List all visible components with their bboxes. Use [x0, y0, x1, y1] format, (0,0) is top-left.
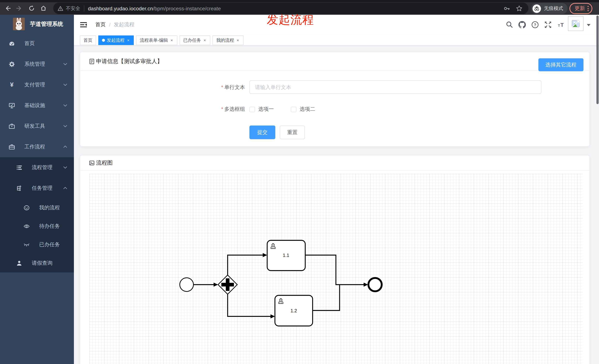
browser-reload-button[interactable]: [26, 3, 36, 13]
incognito-label: 无痕模式: [544, 5, 563, 12]
sidebar-item-done-tasks[interactable]: 已办任务: [0, 236, 74, 254]
broken-image-icon: [572, 20, 580, 27]
chevron-down-icon: [63, 166, 67, 169]
choose-other-process-button[interactable]: 选择其它流程: [538, 58, 583, 71]
tree-icon: [16, 185, 22, 191]
sidebar-item-label: 系统管理: [24, 61, 45, 68]
sidebar-item-system[interactable]: 系统管理: [0, 54, 74, 75]
sidebar-item-my-process[interactable]: 我的流程: [0, 199, 74, 217]
sidebar-collapse-button[interactable]: [80, 21, 87, 28]
update-label: 更新: [575, 5, 585, 12]
close-icon[interactable]: ×: [170, 38, 174, 43]
apply-card-title: 申请信息【测试多审批人】: [96, 58, 163, 65]
sidebar-item-devtools[interactable]: 研发工具: [0, 116, 74, 137]
list-icon: [16, 165, 22, 170]
user-avatar[interactable]: [568, 16, 583, 31]
checkbox-option-2[interactable]: 选项二: [291, 106, 315, 113]
reset-button[interactable]: 重置: [280, 126, 305, 139]
breadcrumb-home[interactable]: 首页: [95, 21, 106, 28]
browser-menu-icon[interactable]: [588, 6, 589, 11]
close-icon[interactable]: ×: [203, 38, 207, 43]
close-icon[interactable]: ×: [236, 38, 240, 43]
eye-closed-icon: [24, 242, 30, 248]
top-header: 首页 / 发起流程 ? TT: [74, 15, 599, 34]
browser-update-button[interactable]: 更新: [569, 3, 592, 14]
password-key-icon[interactable]: [503, 5, 510, 12]
sidebar-item-label: 待办任务: [39, 223, 60, 230]
face-icon: [24, 205, 30, 211]
sidebar-item-infra[interactable]: 基础设施: [0, 95, 74, 116]
sidebar-item-label: 请假查询: [32, 260, 53, 267]
bookmark-star-icon[interactable]: [516, 5, 522, 12]
reload-icon: [32, 5, 33, 7]
sidebar-item-workflow[interactable]: 工作流程: [0, 137, 74, 157]
text-field-label: *单行文本: [201, 84, 245, 91]
sidebar-item-label: 基础设施: [24, 102, 45, 109]
tab-form-edit[interactable]: 流程表单-编辑 ×: [136, 35, 177, 45]
sidebar-item-todo-tasks[interactable]: 待办任务: [0, 217, 74, 236]
checkbox-option-1[interactable]: 选项一: [249, 106, 274, 113]
chevron-down-icon: [63, 84, 67, 86]
tab-home[interactable]: 首页: [80, 35, 96, 45]
svg-text:T: T: [558, 24, 560, 27]
sidebar-item-process-mgmt[interactable]: 流程管理: [0, 157, 74, 178]
avatar-caret-icon[interactable]: [587, 24, 590, 26]
sidebar-item-label: 我的流程: [39, 204, 60, 211]
workflow-submenu: 流程管理 任务管理 我的流程: [0, 157, 74, 272]
page-annotation-title: 发起流程: [267, 12, 314, 28]
font-size-icon[interactable]: TT: [557, 21, 565, 28]
help-icon[interactable]: ?: [531, 21, 539, 28]
picture-icon: [89, 160, 95, 166]
sidebar-item-leave-query[interactable]: 请假查询: [0, 254, 74, 272]
flow-diagram-card: 流程图: [80, 155, 590, 364]
tab-label: 已办任务: [183, 37, 201, 43]
eye-icon: [24, 223, 30, 229]
sidebar-item-label: 支付管理: [24, 82, 45, 88]
flow-gateway-to-task2: [228, 294, 271, 316]
sidebar-item-payment[interactable]: ¥ 支付管理: [0, 75, 74, 95]
submit-button[interactable]: 提交: [249, 126, 275, 139]
tab-done-tasks[interactable]: 已办任务 ×: [180, 35, 211, 45]
browser-tabstrip: [0, 0, 599, 2]
flow-card-header: 流程图: [80, 155, 589, 170]
document-icon: [89, 59, 95, 64]
sidebar-item-label: 工作流程: [24, 144, 45, 150]
browser-home-button[interactable]: [38, 3, 48, 13]
checkbox-icon[interactable]: [291, 107, 296, 112]
sidebar-item-label: 任务管理: [32, 185, 53, 192]
flow-card-title: 流程图: [96, 159, 113, 166]
page-scrollbar[interactable]: [596, 16, 599, 104]
user-icon: [16, 260, 22, 266]
sidebar-item-label: 研发工具: [24, 123, 45, 130]
sidebar-item-home[interactable]: 首页: [0, 33, 74, 54]
flow-gateway-to-task1: [228, 255, 263, 275]
apply-info-card: 申请信息【测试多审批人】 选择其它流程 *单行文本 *多选框组 选项一 选项二 …: [80, 52, 590, 147]
tab-my-process[interactable]: 我的流程 ×: [213, 35, 244, 45]
checkbox-group-label: *多选框组: [201, 106, 245, 113]
browser-back-button[interactable]: [3, 3, 12, 13]
bpmn-user-task-1-1: 1.1: [267, 240, 305, 271]
briefcase-icon: [9, 144, 15, 150]
dashboard-icon: [9, 41, 15, 47]
bpmn-canvas: 1.1 1.2: [89, 174, 583, 364]
sidebar-item-label: 流程管理: [32, 164, 53, 171]
fullscreen-icon[interactable]: [544, 21, 552, 28]
bpmn-user-task-1-2: 1.2: [275, 295, 313, 326]
search-icon[interactable]: [505, 21, 513, 28]
tab-start-process[interactable]: 发起流程 ×: [98, 35, 134, 45]
app-logo-row[interactable]: 芋道管理系统: [0, 15, 74, 33]
browser-forward-button[interactable]: [14, 3, 24, 13]
single-line-text-input[interactable]: [249, 80, 541, 94]
task-label: 1.1: [283, 253, 289, 258]
github-icon[interactable]: [519, 21, 526, 28]
toolbox-icon: [9, 123, 15, 129]
bpmn-start-event: [180, 278, 194, 291]
url-path: /bpm/process-instance/create: [153, 5, 221, 11]
checkbox-label: 选项二: [300, 106, 315, 113]
security-label: 不安全: [66, 5, 80, 12]
sidebar-item-label: 已办任务: [39, 241, 60, 248]
sidebar-item-task-mgmt[interactable]: 任务管理: [0, 178, 74, 199]
forward-icon: [17, 6, 20, 10]
checkbox-icon[interactable]: [249, 107, 255, 112]
close-icon[interactable]: ×: [126, 38, 130, 43]
